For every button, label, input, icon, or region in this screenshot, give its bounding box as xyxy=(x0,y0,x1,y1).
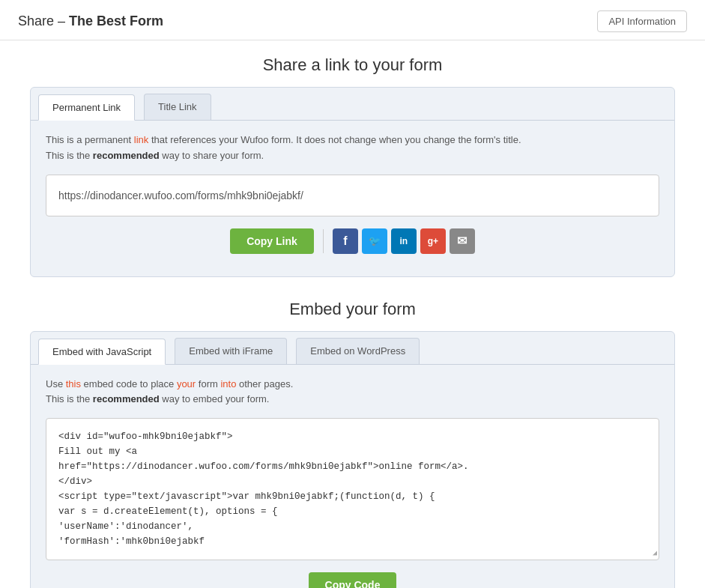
share-card-body: This is a permanent link that references… xyxy=(31,121,674,261)
embed-tab-bar: Embed with JavaScript Embed with iFrame … xyxy=(31,332,674,365)
googleplus-share-button[interactable]: g+ xyxy=(420,228,446,254)
this-word: this xyxy=(66,378,81,390)
tab-embed-wordpress[interactable]: Embed on WordPress xyxy=(296,338,420,364)
tab-permanent-link[interactable]: Permanent Link xyxy=(38,94,135,121)
embed-code-box[interactable]: <div id="wufoo-mhk9bni0ejabkf"> Fill out… xyxy=(46,418,659,560)
share-url-box: https://dinodancer.wufoo.com/forms/mhk9b… xyxy=(46,175,659,216)
share-url-text: https://dinodancer.wufoo.com/forms/mhk9b… xyxy=(58,190,303,201)
share-action-row: Copy Link f 🐦 in g+ ✉ xyxy=(46,228,659,254)
share-info-text: This is a permanent link that references… xyxy=(46,133,659,164)
email-share-button[interactable]: ✉ xyxy=(450,228,475,254)
api-information-button[interactable]: API Information xyxy=(597,10,687,32)
page-title: Share – The Best Form xyxy=(18,13,163,29)
social-icons-group: f 🐦 in g+ ✉ xyxy=(333,228,475,254)
share-tab-bar: Permanent Link Title Link xyxy=(31,88,674,121)
copy-code-button[interactable]: Copy Code xyxy=(309,572,397,588)
embed-card-body: Use this embed code to place your form i… xyxy=(31,365,674,588)
share-card: Permanent Link Title Link This is a perm… xyxy=(30,87,675,277)
into-word: into xyxy=(220,378,236,390)
share-heading: Share a link to your form xyxy=(30,55,675,75)
main-content: Share a link to your form Permanent Link… xyxy=(0,40,705,588)
linkedin-share-button[interactable]: in xyxy=(391,228,417,254)
tab-title-link[interactable]: Title Link xyxy=(144,94,211,120)
your-word: your xyxy=(177,378,196,390)
page-header: Share – The Best Form API Information xyxy=(0,0,705,40)
resize-handle: ◢ xyxy=(648,549,657,558)
facebook-share-button[interactable]: f xyxy=(333,228,358,254)
tab-embed-javascript[interactable]: Embed with JavaScript xyxy=(38,339,166,365)
link-word: link xyxy=(134,134,149,145)
embed-heading: Embed your form xyxy=(30,300,675,319)
twitter-share-button[interactable]: 🐦 xyxy=(362,228,387,254)
copy-link-button[interactable]: Copy Link xyxy=(230,228,314,254)
recommended-embed-word: recommended xyxy=(93,393,160,404)
tab-embed-iframe[interactable]: Embed with iFrame xyxy=(175,338,287,364)
embed-card: Embed with JavaScript Embed with iFrame … xyxy=(30,331,675,588)
embed-action-row: Copy Code xyxy=(46,572,659,588)
action-divider xyxy=(323,229,324,253)
recommended-word: recommended xyxy=(93,150,160,161)
embed-info-text: Use this embed code to place your form i… xyxy=(46,377,659,408)
embed-code-text: <div id="wufoo-mhk9bni0ejabkf"> Fill out… xyxy=(58,429,647,549)
